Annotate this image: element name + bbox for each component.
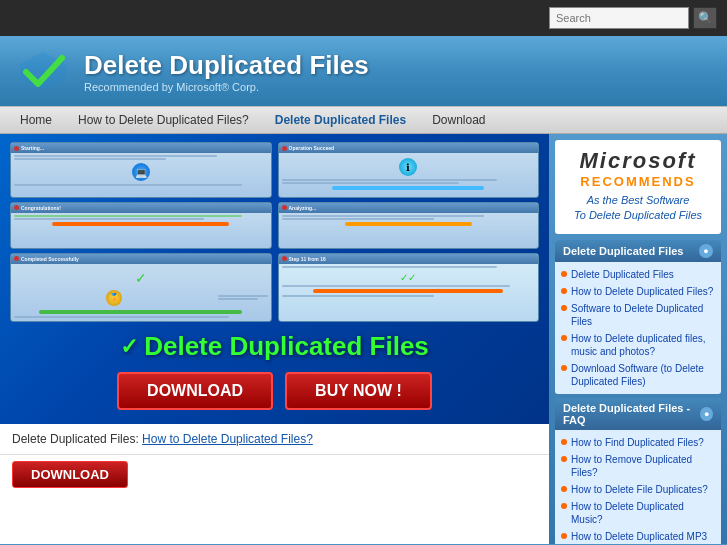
sidebar-section-2-icon: ● [700,407,713,421]
main-layout: Starting... 💻 Congratulations! [0,134,727,544]
sidebar-link-2-1[interactable]: How to Remove Duplicated Files? [561,451,715,481]
sidebar-link-1-2[interactable]: Software to Delete Duplicated Files [561,300,715,330]
sidebar-link-2-0[interactable]: How to Find Duplicated Files? [561,434,715,451]
ms-tagline: As the Best Software To Delete Duplicate… [563,193,713,224]
ss-window-5: Analyzing... [278,202,540,249]
search-button[interactable]: 🔍 [693,7,717,29]
hero-image: Starting... 💻 Congratulations! [0,134,549,424]
sidebar-section-1-header: Delete Duplicated Files ● [555,240,721,262]
nav-download[interactable]: Download [420,109,497,131]
download-bar-area: DOWNLOAD [0,455,549,494]
ss-window-2: Congratulations! [10,202,272,249]
ss-window-3: Completed Successfully ✓ 🏅 [10,253,272,322]
sidebar-section-1-icon: ● [699,244,713,258]
content-description: Delete Duplicated Files: How to Delete D… [0,424,549,455]
description-prefix: Delete Duplicated Files: [12,432,142,446]
content-area: Starting... 💻 Congratulations! [0,134,549,544]
logo-icon [16,44,70,98]
site-header: Delete Duplicated Files Recommended by M… [0,36,727,106]
sidebar-section-1-body: Delete Duplicated Files How to Delete Du… [555,262,721,394]
hero-screenshots: Starting... 💻 Congratulations! [10,142,539,322]
ms-recommends-label: RECOMMENDS [563,174,713,189]
header-text: Delete Duplicated Files Recommended by M… [84,50,369,93]
sidebar-link-1-0[interactable]: Delete Duplicated Files [561,266,715,283]
sidebar: Microsoft RECOMMENDS As the Best Softwar… [549,134,727,544]
site-subtitle: Recommended by Microsoft® Corp. [84,81,369,93]
ss-window-6: Step 11 from 16 ✓✓ [278,253,540,322]
download-button[interactable]: DOWNLOAD [117,372,273,410]
sidebar-link-1-1[interactable]: How to Delete Duplicated Files? [561,283,715,300]
top-bar: 🔍 [0,0,727,36]
nav-bar: Home How to Delete Duplicated Files? Del… [0,106,727,134]
download-small-button[interactable]: DOWNLOAD [12,461,128,488]
sidebar-section-2: Delete Duplicated Files - FAQ ● How to F… [555,398,721,544]
sidebar-link-2-2[interactable]: How to Delete File Duplicates? [561,481,715,498]
hero-title: ✓ Delete Duplicated Files [120,331,429,362]
hero-buttons: DOWNLOAD BUY NOW ! [117,372,432,410]
sidebar-section-2-body: How to Find Duplicated Files? How to Rem… [555,430,721,544]
screenshot-group-right: Operation Succeed ℹ Analyzing... [278,142,540,322]
screenshot-group-left: Starting... 💻 Congratulations! [10,142,272,322]
sidebar-link-1-3[interactable]: How to Delete duplicated files, music an… [561,330,715,360]
hero-checkmark: ✓ [120,334,138,360]
search-wrapper: 🔍 [549,7,717,29]
nav-how-to[interactable]: How to Delete Duplicated Files? [66,109,261,131]
sidebar-section-1: Delete Duplicated Files ● Delete Duplica… [555,240,721,394]
ms-recommends-box: Microsoft RECOMMENDS As the Best Softwar… [555,140,721,234]
sidebar-link-1-4[interactable]: Download Software (to Delete Duplicated … [561,360,715,390]
nav-delete[interactable]: Delete Duplicated Files [263,109,418,131]
sidebar-link-2-4[interactable]: How to Delete Duplicated MP3 Files? [561,528,715,544]
sidebar-link-2-3[interactable]: How to Delete Duplicated Music? [561,498,715,528]
search-input[interactable] [549,7,689,29]
description-link[interactable]: How to Delete Duplicated Files? [142,432,313,446]
ss-window-1: Starting... 💻 [10,142,272,198]
nav-home[interactable]: Home [8,109,64,131]
ms-logo: Microsoft RECOMMENDS [563,148,713,189]
ss-window-4: Operation Succeed ℹ [278,142,540,198]
buynow-button[interactable]: BUY NOW ! [285,372,432,410]
sidebar-section-2-header: Delete Duplicated Files - FAQ ● [555,398,721,430]
site-title: Delete Duplicated Files [84,50,369,81]
